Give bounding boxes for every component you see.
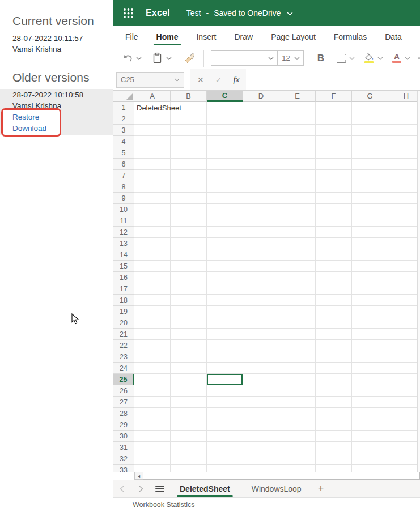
cell-G1[interactable]: [352, 102, 388, 113]
cell-H11[interactable]: [388, 215, 420, 227]
cell-A9[interactable]: [134, 193, 171, 204]
column-header-d[interactable]: D: [243, 91, 279, 102]
formula-input[interactable]: [246, 69, 420, 90]
cell-A31[interactable]: [134, 442, 171, 453]
cell-H31[interactable]: [388, 442, 420, 453]
cell-G13[interactable]: [352, 238, 388, 249]
cell-A33[interactable]: [134, 465, 171, 472]
cell-G5[interactable]: [352, 147, 388, 159]
sheet-list-menu-icon[interactable]: [155, 486, 164, 492]
cell-B10[interactable]: [171, 204, 207, 215]
cell-F30[interactable]: [316, 431, 352, 442]
row-header-5[interactable]: 5: [113, 147, 134, 159]
cell-D2[interactable]: [243, 113, 279, 125]
cell-E2[interactable]: [279, 113, 316, 125]
cell-G24[interactable]: [352, 363, 388, 374]
cell-B29[interactable]: [171, 419, 207, 431]
cell-F26[interactable]: [316, 385, 352, 397]
next-sheet-chevron-icon[interactable]: [137, 483, 145, 495]
cell-H3[interactable]: [388, 125, 420, 136]
row-header-23[interactable]: 23: [113, 351, 134, 363]
cell-A7[interactable]: [134, 170, 171, 181]
cell-F33[interactable]: [316, 465, 352, 472]
sheet-tab-deletedsheet[interactable]: DeletedSheet: [177, 480, 233, 497]
cell-G25[interactable]: [352, 374, 388, 385]
cell-C13[interactable]: [207, 238, 243, 249]
cell-H19[interactable]: [388, 306, 420, 317]
cell-F27[interactable]: [316, 397, 352, 408]
row-header-1[interactable]: 1: [113, 102, 134, 113]
cell-H18[interactable]: [388, 295, 420, 306]
cell-D1[interactable]: [243, 102, 279, 113]
cell-H2[interactable]: [388, 113, 420, 125]
cell-H9[interactable]: [388, 193, 420, 204]
cell-C32[interactable]: [207, 453, 243, 465]
cell-D26[interactable]: [243, 385, 279, 397]
cell-A14[interactable]: [134, 249, 171, 261]
cell-E8[interactable]: [279, 181, 316, 193]
cell-A13[interactable]: [134, 238, 171, 249]
cell-G10[interactable]: [352, 204, 388, 215]
cell-F19[interactable]: [316, 306, 352, 317]
cell-B22[interactable]: [171, 340, 207, 351]
cell-H27[interactable]: [388, 397, 420, 408]
cell-D33[interactable]: [243, 465, 279, 472]
cell-A18[interactable]: [134, 295, 171, 306]
cell-E18[interactable]: [279, 295, 316, 306]
cell-G26[interactable]: [352, 385, 388, 397]
cell-C19[interactable]: [207, 306, 243, 317]
cell-H21[interactable]: [388, 329, 420, 340]
cell-B23[interactable]: [171, 351, 207, 363]
cell-D21[interactable]: [243, 329, 279, 340]
row-header-20[interactable]: 20: [113, 317, 134, 329]
cell-D17[interactable]: [243, 283, 279, 295]
row-header-32[interactable]: 32: [113, 453, 134, 465]
undo-dropdown-chevron-icon[interactable]: [136, 57, 142, 60]
cell-A15[interactable]: [134, 261, 171, 272]
cell-F17[interactable]: [316, 283, 352, 295]
cell-F24[interactable]: [316, 363, 352, 374]
bold-button[interactable]: B: [317, 53, 324, 64]
cell-C6[interactable]: [207, 159, 243, 170]
row-header-6[interactable]: 6: [113, 159, 134, 170]
horizontal-scrollbar-thumb[interactable]: [143, 472, 420, 480]
cell-A26[interactable]: [134, 385, 171, 397]
cell-G18[interactable]: [352, 295, 388, 306]
app-name[interactable]: Excel: [146, 8, 170, 18]
cell-G15[interactable]: [352, 261, 388, 272]
cell-E31[interactable]: [279, 442, 316, 453]
cell-C11[interactable]: [207, 215, 243, 227]
cell-B19[interactable]: [171, 306, 207, 317]
cell-F32[interactable]: [316, 453, 352, 465]
cell-F25[interactable]: [316, 374, 352, 385]
cell-H13[interactable]: [388, 238, 420, 249]
cell-F18[interactable]: [316, 295, 352, 306]
cell-C28[interactable]: [207, 408, 243, 419]
cell-B21[interactable]: [171, 329, 207, 340]
cell-A10[interactable]: [134, 204, 171, 215]
cell-C3[interactable]: [207, 125, 243, 136]
cell-E3[interactable]: [279, 125, 316, 136]
cell-C23[interactable]: [207, 351, 243, 363]
cell-F3[interactable]: [316, 125, 352, 136]
row-header-11[interactable]: 11: [113, 215, 134, 227]
row-header-28[interactable]: 28: [113, 408, 134, 419]
row-header-16[interactable]: 16: [113, 272, 134, 283]
paste-dropdown-chevron-icon[interactable]: [166, 57, 172, 60]
row-header-17[interactable]: 17: [113, 283, 134, 295]
cell-D13[interactable]: [243, 238, 279, 249]
cell-C9[interactable]: [207, 193, 243, 204]
cell-F8[interactable]: [316, 181, 352, 193]
cell-C27[interactable]: [207, 397, 243, 408]
cell-F12[interactable]: [316, 227, 352, 238]
cell-C10[interactable]: [207, 204, 243, 215]
ribbon-tab-data[interactable]: Data: [385, 26, 402, 48]
cell-F4[interactable]: [316, 136, 352, 147]
cell-H8[interactable]: [388, 181, 420, 193]
cell-F29[interactable]: [316, 419, 352, 431]
cell-C26[interactable]: [207, 385, 243, 397]
row-header-21[interactable]: 21: [113, 329, 134, 340]
font-color-chevron-icon[interactable]: [405, 57, 410, 60]
cell-B28[interactable]: [171, 408, 207, 419]
row-header-31[interactable]: 31: [113, 442, 134, 453]
